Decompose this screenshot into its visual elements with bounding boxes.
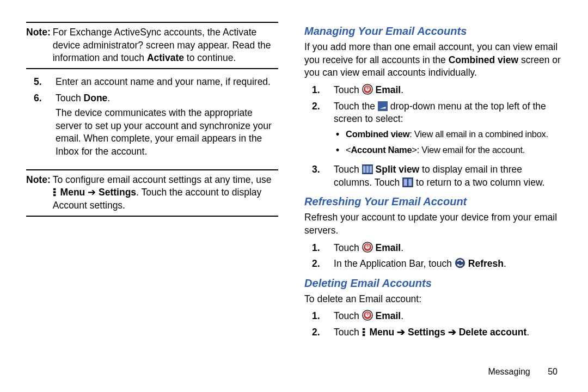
step-body: In the Application Bar, touch Refresh. [334, 258, 562, 271]
deleting-steps: 1. Touch Email. 2. Touch Menu ➔ Settings… [304, 310, 562, 339]
step-number: 2. [304, 326, 334, 339]
m-step-2: 2. Touch the drop-down menu at the top l… [304, 100, 562, 161]
email-word: Email [376, 310, 401, 321]
combined-view-word: Combined view [449, 54, 518, 65]
email-icon [362, 84, 373, 95]
managing-steps: 1. Touch Email. 2. Touch the drop-down m… [304, 84, 562, 189]
email-icon [362, 242, 373, 253]
split-view-3-icon [362, 164, 373, 174]
left-column: Note: For Exchange ActiveSync accounts, … [26, 22, 278, 342]
text: . [504, 258, 506, 269]
email-icon [362, 310, 373, 321]
page-number: 50 [548, 367, 558, 377]
m-step-3: 3. Touch Split view to display email in … [304, 163, 562, 189]
arrow: ➔ [394, 327, 408, 338]
manual-page: Note: For Exchange ActiveSync accounts, … [0, 0, 588, 392]
m-step-1: 1. Touch Email. [304, 84, 562, 97]
text: Touch [334, 310, 362, 321]
step-6-para: The device communicates with the appropr… [56, 107, 278, 158]
text: >: View email for the account. [412, 145, 525, 155]
heading-refreshing: Refreshing Your Email Account [304, 194, 562, 209]
option-text: Combined view: View all email in a combi… [346, 128, 548, 141]
note-label: Note: [26, 26, 53, 65]
heading-managing: Managing Your Email Accounts [304, 24, 562, 39]
note-label: Note: [26, 174, 53, 212]
menu-icon [362, 327, 367, 337]
rule-bottom-2 [26, 216, 278, 217]
rule-top-2 [26, 169, 278, 170]
email-word: Email [376, 84, 401, 95]
step-number: 3. [304, 163, 334, 189]
arrow: ➔ [85, 187, 99, 198]
done-word: Done [84, 93, 108, 103]
steps-continued: 5. Enter an account name and your name, … [26, 76, 278, 162]
text: Touch [56, 93, 84, 103]
step-body: Touch Email. [334, 242, 562, 255]
text: To configure email account settings at a… [53, 174, 272, 185]
split-view-word: Split view [376, 164, 420, 175]
text: . [401, 310, 403, 321]
heading-deleting: Deleting Email Accounts [304, 276, 562, 291]
step-number: 2. [304, 100, 334, 161]
note-activesync: Note: For Exchange ActiveSync accounts, … [26, 26, 278, 65]
step-number: 2. [304, 258, 334, 271]
step-number: 1. [304, 242, 334, 255]
dropdown-options: • Combined view: View all email in a com… [334, 128, 562, 157]
text: Touch [334, 84, 362, 95]
delete-account-word: Delete account [459, 327, 526, 338]
menu-word: Menu [370, 327, 395, 338]
text: . [401, 84, 403, 95]
text: to return to a two column view. [416, 177, 544, 188]
step-body: Touch Email. [334, 310, 562, 323]
refresh-word: Refresh [468, 258, 504, 269]
rule-bottom [26, 68, 278, 69]
step-body: Touch the drop-down menu at the top left… [334, 100, 562, 161]
email-word: Email [376, 242, 401, 253]
note-configure: Note: To configure email account setting… [26, 174, 278, 212]
refreshing-steps: 1. Touch Email. 2. In the Application Ba… [304, 242, 562, 271]
arrow: ➔ [445, 327, 459, 338]
settings-word: Settings [99, 187, 136, 198]
text: : View all email in a combined inbox. [409, 129, 548, 139]
activate-word: Activate [147, 52, 184, 63]
option-account-name: • <Account Name>: View email for the acc… [334, 144, 562, 157]
refreshing-intro: Refresh your account to update your devi… [304, 211, 562, 237]
text: . [526, 327, 529, 338]
note-body: For Exchange ActiveSync accounts, the Ac… [53, 26, 278, 65]
settings-word: Settings [408, 327, 445, 338]
rule-top [26, 22, 278, 23]
section-name: Messaging [488, 367, 530, 376]
text: Touch [334, 164, 362, 175]
dropdown-icon [378, 101, 388, 111]
right-column: Managing Your Email Accounts If you add … [304, 22, 562, 342]
text: to continue. [184, 52, 236, 63]
r-step-1: 1. Touch Email. [304, 242, 562, 255]
step-5: 5. Enter an account name and your name, … [26, 76, 278, 89]
note-body: To configure email account settings at a… [53, 174, 278, 212]
d-step-1: 1. Touch Email. [304, 310, 562, 323]
r-step-2: 2. In the Application Bar, touch Refresh… [304, 258, 562, 271]
step-body: Touch Menu ➔ Settings ➔ Delete account. [334, 326, 562, 339]
menu-icon [53, 187, 58, 197]
managing-intro: If you add more than one email account, … [304, 41, 562, 79]
menu-word: Menu [60, 187, 85, 198]
step-number: 1. [304, 84, 334, 97]
bullet: • [336, 144, 346, 157]
step-body: Enter an account name and your name, if … [56, 76, 278, 89]
refresh-icon [455, 258, 465, 268]
split-view-2-icon [402, 177, 413, 187]
step-body: Touch Done. The device communicates with… [56, 92, 278, 162]
option-text: <Account Name>: View email for the accou… [346, 144, 525, 157]
step-number: 1. [304, 310, 334, 323]
option-name: Account Name [351, 145, 412, 155]
bullet: • [336, 128, 346, 141]
option-name: Combined view [346, 129, 409, 139]
step-number: 5. [26, 76, 56, 89]
text: Touch the [334, 101, 378, 112]
text: . [401, 242, 403, 253]
page-footer: Messaging 50 [488, 367, 558, 377]
step-6: 6. Touch Done. The device communicates w… [26, 92, 278, 162]
two-column-layout: Note: For Exchange ActiveSync accounts, … [26, 22, 562, 342]
step-number: 6. [26, 92, 56, 162]
d-step-2: 2. Touch Menu ➔ Settings ➔ Delete accoun… [304, 326, 562, 339]
